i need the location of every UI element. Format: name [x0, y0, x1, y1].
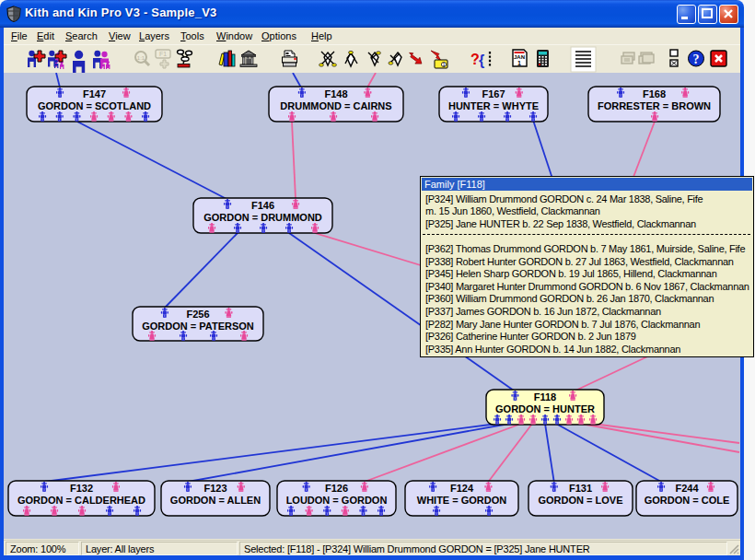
svg-text:GORDON = DRUMMOND: GORDON = DRUMMOND: [203, 212, 322, 223]
svg-text:WHITE = GORDON: WHITE = GORDON: [417, 495, 507, 506]
svg-text:F256: F256: [186, 309, 209, 320]
svg-text:F167: F167: [482, 88, 505, 99]
svg-text:F126: F126: [325, 483, 348, 494]
svg-text:GORDON = ALLEN: GORDON = ALLEN: [170, 495, 261, 506]
svg-text:F124: F124: [450, 483, 474, 494]
svg-text:F147: F147: [83, 88, 106, 99]
svg-text:F146: F146: [251, 200, 274, 211]
svg-text:GORDON = LOVE: GORDON = LOVE: [539, 495, 623, 506]
svg-text:?: ?: [693, 52, 700, 66]
svg-text:GORDON = HUNTER: GORDON = HUNTER: [495, 403, 595, 414]
svg-text:F123: F123: [203, 483, 226, 494]
svg-text:1: 1: [442, 62, 445, 67]
svg-text:HUNTER = WHYTE: HUNTER = WHYTE: [448, 100, 539, 111]
svg-text:F1: F1: [159, 51, 167, 57]
svg-text:{: {: [479, 52, 484, 68]
svg-text:GORDON = PATERSON: GORDON = PATERSON: [142, 321, 254, 332]
svg-text:F132: F132: [70, 483, 93, 494]
svg-text:FORRESTER = BROWN: FORRESTER = BROWN: [598, 100, 711, 111]
svg-text:1: 1: [517, 60, 521, 66]
svg-text:GORDON = COLE: GORDON = COLE: [645, 495, 730, 506]
svg-text:LOUDON = GORDON: LOUDON = GORDON: [286, 495, 388, 506]
svg-text:1:1: 1:1: [137, 55, 145, 61]
svg-text:F168: F168: [643, 88, 666, 99]
svg-text:F131: F131: [569, 483, 592, 494]
svg-text:GORDON = CALDERHEAD: GORDON = CALDERHEAD: [17, 495, 145, 506]
svg-text:F118: F118: [534, 391, 556, 402]
svg-text:F148: F148: [324, 88, 347, 99]
svg-text:F244: F244: [675, 483, 699, 494]
svg-text:DRUMMOND = CAIRNS: DRUMMOND = CAIRNS: [280, 100, 391, 111]
svg-text:GORDON = SCOTLAND: GORDON = SCOTLAND: [38, 100, 151, 111]
